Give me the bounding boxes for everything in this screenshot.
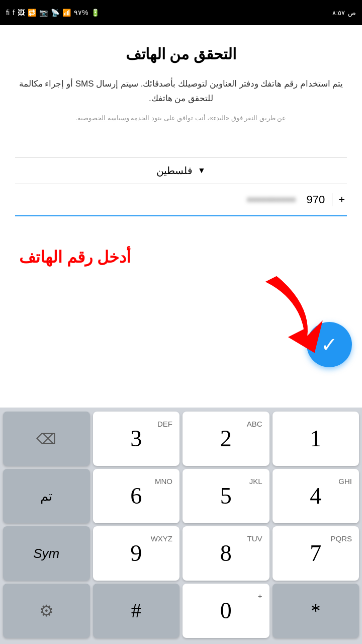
key-7[interactable]: PQRS 7 (273, 526, 359, 581)
key-6[interactable]: MNO 6 (93, 469, 180, 523)
backspace-icon: ⌫ (36, 431, 56, 447)
time-display: ص (348, 9, 356, 17)
key-3[interactable]: DEF 3 (93, 412, 180, 466)
battery-level: %٩٧ (74, 9, 88, 17)
key-0[interactable]: + 0 (183, 584, 269, 638)
app-icon-3: 🖼 (18, 9, 25, 17)
app-icon-1: 📷 (39, 9, 48, 17)
country-selector[interactable]: ▼ فلسطين (15, 157, 347, 184)
dropdown-arrow-icon: ▼ (198, 166, 206, 175)
time-value: ٨:٥٧ (332, 9, 345, 17)
status-left: ص ٨:٥٧ (332, 9, 356, 17)
app-icon-4: f (13, 9, 15, 17)
phone-number-input[interactable] (15, 193, 296, 206)
key-sym[interactable]: Sym (3, 526, 90, 581)
app-icon-5: fi (6, 9, 10, 17)
key-settings[interactable]: ⚙ (3, 584, 90, 638)
page-description: يتم استخدام رقم هاتفك ودفتر العناوين لتو… (15, 77, 347, 106)
main-content: التحقق من الهاتف يتم استخدام رقم هاتفك و… (0, 25, 362, 147)
key-4[interactable]: GHI 4 (273, 469, 359, 523)
terms-text: عن طريق النقر فوق «البدء»، أنت توافق على… (15, 114, 347, 122)
battery-icon: 🔋 (91, 9, 100, 17)
gear-icon: ⚙ (39, 601, 54, 620)
annotation-label: أدخل رقم الهاتف (19, 248, 131, 267)
page-title: التحقق من الهاتف (15, 45, 347, 63)
wifi-icon: 📡 (51, 9, 59, 17)
key-done[interactable]: تم (3, 469, 90, 523)
country-code: 970 (302, 193, 332, 206)
key-hash[interactable]: # (93, 584, 180, 638)
country-name: فلسطين (156, 165, 193, 177)
keyboard-row-1: 1 ABC 2 DEF 3 ⌫ (3, 412, 359, 466)
keyboard-row-2: GHI 4 JKL 5 MNO 6 تم (3, 469, 359, 523)
plus-sign: + (338, 193, 347, 206)
red-arrow-indicator (261, 272, 332, 374)
key-backspace[interactable]: ⌫ (3, 412, 90, 466)
key-2[interactable]: ABC 2 (183, 412, 269, 466)
phone-section: ▼ فلسطين + 970 (0, 157, 362, 216)
phone-input-row: + 970 (15, 184, 347, 216)
signal-icon: 📶 (62, 9, 71, 17)
keyboard-row-3: PQRS 7 TUV 8 WXYZ 9 Sym (3, 526, 359, 581)
key-9[interactable]: WXYZ 9 (93, 526, 180, 581)
key-1[interactable]: 1 (273, 412, 359, 466)
key-8[interactable]: TUV 8 (183, 526, 269, 581)
status-right: 🔋 %٩٧ 📶 📡 📷 🔁 🖼 f fi (6, 9, 100, 17)
status-bar: ص ٨:٥٧ 🔋 %٩٧ 📶 📡 📷 🔁 🖼 f fi (0, 0, 362, 25)
key-5[interactable]: JKL 5 (183, 469, 269, 523)
key-star[interactable]: * (273, 584, 359, 638)
keyboard: 1 ABC 2 DEF 3 ⌫ GHI 4 JKL 5 MNO 6 تم (0, 408, 362, 644)
app-icon-2: 🔁 (28, 9, 36, 17)
keyboard-row-4: * + 0 # ⚙ (3, 584, 359, 638)
